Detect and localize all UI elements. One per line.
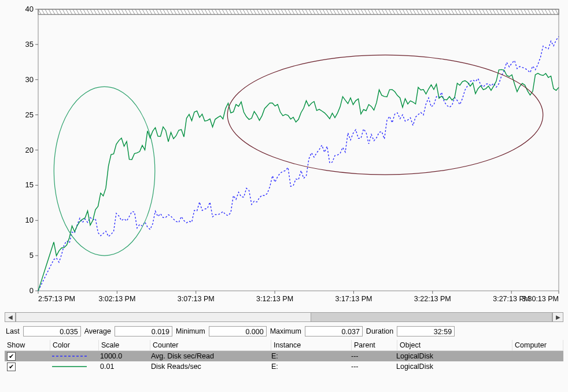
color-cell <box>50 351 98 361</box>
line-chart: 05101520253035402:57:13 PM3:02:13 PM3:07… <box>5 5 563 311</box>
time-scrollbar[interactable]: ◀ ▶ <box>5 312 563 322</box>
parent-cell: --- <box>349 351 394 361</box>
y-tick-label: 10 <box>25 216 34 224</box>
y-tick-label: 25 <box>25 110 34 119</box>
instance-cell: E: <box>269 351 349 361</box>
svg-rect-0 <box>38 9 559 14</box>
counter-table: Show Color Scale Counter Instance Parent… <box>5 340 563 372</box>
x-tick-label: 3:22:13 PM <box>414 295 451 303</box>
col-show[interactable]: Show <box>5 340 50 350</box>
maximum-value: 0.037 <box>305 326 363 336</box>
object-cell: LogicalDisk <box>394 361 508 372</box>
x-tick-label: 3:12:13 PM <box>256 295 293 303</box>
maximum-label: Maximum <box>269 327 303 335</box>
series-1 <box>38 69 559 291</box>
col-scale[interactable]: Scale <box>99 340 150 350</box>
col-color[interactable]: Color <box>50 340 99 350</box>
series-0 <box>38 36 559 291</box>
scroll-track[interactable] <box>16 312 552 322</box>
table-row[interactable]: ✔1000.0Avg. Disk sec/ReadE:---LogicalDis… <box>5 351 563 361</box>
average-value: 0.019 <box>115 326 172 336</box>
y-tick-label: 40 <box>25 5 34 13</box>
computer-cell <box>508 361 563 372</box>
col-counter[interactable]: Counter <box>150 340 271 350</box>
chart-area: 05101520253035402:57:13 PM3:02:13 PM3:07… <box>5 5 563 311</box>
counter-cell: Avg. Disk sec/Read <box>149 351 269 361</box>
table-row[interactable]: ✔0.01Disk Reads/secE:---LogicalDisk <box>5 361 563 372</box>
table-header: Show Color Scale Counter Instance Parent… <box>5 340 563 351</box>
x-tick-label: 3:07:13 PM <box>178 295 215 303</box>
show-cell: ✔ <box>5 361 50 372</box>
x-tick-label: 2:57:13 PM <box>38 295 75 303</box>
col-object[interactable]: Object <box>397 340 512 350</box>
svg-rect-151 <box>38 9 559 291</box>
parent-cell: --- <box>349 361 394 372</box>
color-swatch <box>52 353 87 360</box>
y-tick-label: 5 <box>29 251 34 260</box>
scroll-thumb-left[interactable] <box>16 313 311 321</box>
scale-cell: 1000.0 <box>98 351 149 361</box>
color-swatch <box>52 363 87 370</box>
annotation-ellipse <box>54 87 155 256</box>
show-cell: ✔ <box>5 351 50 361</box>
duration-label: Duration <box>365 327 394 335</box>
scroll-thumb-right[interactable] <box>311 313 552 321</box>
y-tick-label: 30 <box>25 75 34 84</box>
color-cell <box>50 361 98 372</box>
scroll-right-button[interactable]: ▶ <box>552 312 563 322</box>
duration-value: 32:59 <box>397 326 455 336</box>
annotation-ellipse <box>227 55 543 175</box>
show-checkbox[interactable]: ✔ <box>7 352 16 361</box>
minimum-value: 0.000 <box>209 326 267 336</box>
average-label: Average <box>83 327 112 335</box>
x-tick-label: 3:30:13 PM <box>522 295 559 303</box>
scale-cell: 0.01 <box>98 361 149 372</box>
x-tick-label: 3:17:13 PM <box>335 295 372 303</box>
instance-cell: E: <box>269 361 349 372</box>
scroll-left-button[interactable]: ◀ <box>5 312 16 322</box>
y-tick-label: 0 <box>29 286 34 295</box>
col-computer[interactable]: Computer <box>512 340 563 350</box>
last-label: Last <box>5 327 21 335</box>
last-value: 0.035 <box>23 326 81 336</box>
y-tick-label: 15 <box>25 180 34 189</box>
object-cell: LogicalDisk <box>394 351 508 361</box>
col-instance[interactable]: Instance <box>271 340 352 350</box>
y-tick-label: 35 <box>25 40 34 49</box>
computer-cell <box>508 351 563 361</box>
col-parent[interactable]: Parent <box>352 340 397 350</box>
minimum-label: Minimum <box>175 327 206 335</box>
y-tick-label: 20 <box>25 146 34 154</box>
counter-cell: Disk Reads/sec <box>149 361 269 372</box>
stats-bar: Last 0.035 Average 0.019 Minimum 0.000 M… <box>5 325 563 338</box>
x-tick-label: 3:02:13 PM <box>98 295 135 303</box>
show-checkbox[interactable]: ✔ <box>7 363 16 371</box>
